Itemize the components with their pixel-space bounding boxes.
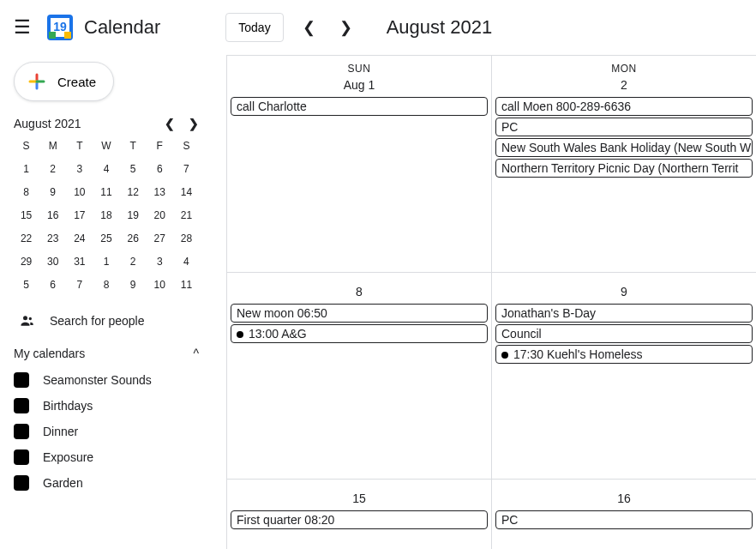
day-number[interactable]: Aug 1 <box>231 78 488 92</box>
day-number[interactable]: 8 <box>231 285 488 299</box>
calendar-event[interactable]: Northern Territory Picnic Day (Northern … <box>495 159 753 178</box>
mini-day[interactable]: 6 <box>40 276 65 293</box>
mini-day[interactable]: 8 <box>93 276 118 293</box>
hamburger-icon[interactable]: ☰ <box>14 16 31 39</box>
calendar-item[interactable]: Birthdays <box>14 393 199 419</box>
app-title: Calendar <box>84 16 160 39</box>
search-people[interactable]: Search for people <box>14 312 199 329</box>
calendar-event[interactable]: PC <box>495 510 753 529</box>
day-cell[interactable]: 15First quarter 08:20 <box>226 480 491 549</box>
mini-day[interactable]: 11 <box>93 184 118 201</box>
mini-day[interactable]: 5 <box>121 160 146 178</box>
mini-day[interactable]: 25 <box>93 230 118 247</box>
mini-day[interactable]: 30 <box>40 253 65 270</box>
calendar-event[interactable]: call Charlotte <box>231 97 488 116</box>
mini-day[interactable]: 21 <box>174 207 199 224</box>
mini-day[interactable]: 2 <box>40 160 65 178</box>
today-button[interactable]: Today <box>225 13 283 42</box>
calendar-checkbox[interactable] <box>14 398 29 413</box>
mini-day[interactable]: 1 <box>14 160 39 178</box>
mini-day[interactable]: 9 <box>40 184 65 201</box>
mini-day[interactable]: 14 <box>174 184 199 201</box>
mini-day[interactable]: 13 <box>147 184 172 201</box>
mini-day[interactable]: 4 <box>93 160 118 178</box>
mini-day[interactable]: 24 <box>67 230 92 247</box>
day-cell[interactable]: SUNAug 1call Charlotte <box>226 56 491 272</box>
mini-day[interactable]: 10 <box>67 184 92 201</box>
mini-day[interactable]: 10 <box>147 276 172 293</box>
create-label: Create <box>57 75 96 89</box>
sidebar: Create August 2021 ❮ ❯ SMTWTFS1234567891… <box>0 55 213 549</box>
prev-period-button[interactable]: ❮ <box>297 13 321 42</box>
calendar-item[interactable]: Seamonster Sounds <box>14 367 199 393</box>
mini-day[interactable]: 19 <box>121 207 146 224</box>
day-cell[interactable]: 8New moon 06:5013:00 A&G <box>226 273 491 479</box>
mini-day[interactable]: 4 <box>174 253 199 270</box>
calendar-event[interactable]: 17:30 Kuehl's Homeless <box>495 345 753 364</box>
mini-prev-button[interactable]: ❮ <box>165 117 175 130</box>
create-button[interactable]: Create <box>14 62 114 101</box>
mini-day[interactable]: 12 <box>121 184 146 201</box>
calendar-grid: SUNAug 1call CharlotteMON2call Moen 800-… <box>213 55 756 549</box>
day-number[interactable]: 2 <box>495 78 753 92</box>
my-calendars-header[interactable]: My calendars ^ <box>14 347 199 360</box>
mini-dow: F <box>147 137 172 154</box>
calendar-event[interactable]: Jonathan's B-Day <box>495 304 753 323</box>
mini-dow: S <box>14 137 39 154</box>
mini-day[interactable]: 18 <box>93 207 118 224</box>
mini-day[interactable]: 5 <box>14 276 39 293</box>
calendar-list: Seamonster SoundsBirthdaysDinnerExposure… <box>14 367 199 496</box>
day-cell[interactable]: MON2call Moen 800-289-6636PCNew South Wa… <box>491 56 756 272</box>
mini-day[interactable]: 2 <box>121 253 146 270</box>
calendar-event[interactable]: 13:00 A&G <box>231 324 488 343</box>
mini-day[interactable]: 17 <box>67 207 92 224</box>
mini-calendar: SMTWTFS123456789101112131415161718192021… <box>14 137 199 293</box>
calendar-event[interactable]: Council <box>495 324 753 343</box>
calendar-label: Garden <box>43 476 83 490</box>
mini-next-button[interactable]: ❯ <box>189 117 199 130</box>
mini-day[interactable]: 3 <box>147 253 172 270</box>
mini-day[interactable]: 29 <box>14 253 39 270</box>
mini-day[interactable]: 1 <box>93 253 118 270</box>
calendar-checkbox[interactable] <box>14 372 29 388</box>
mini-day[interactable]: 6 <box>147 160 172 178</box>
day-number[interactable]: 16 <box>495 492 753 505</box>
mini-day[interactable]: 20 <box>147 207 172 224</box>
calendar-checkbox[interactable] <box>14 424 29 439</box>
calendar-item[interactable]: Exposure <box>14 444 199 470</box>
mini-day[interactable]: 27 <box>147 230 172 247</box>
svg-point-5 <box>23 316 27 320</box>
calendar-event[interactable]: New moon 06:50 <box>231 304 488 323</box>
mini-day[interactable]: 8 <box>14 184 39 201</box>
mini-day[interactable]: 3 <box>67 160 92 178</box>
calendar-item[interactable]: Garden <box>14 470 199 496</box>
svg-text:19: 19 <box>53 20 67 33</box>
mini-day[interactable]: 23 <box>40 230 65 247</box>
mini-day[interactable]: 28 <box>174 230 199 247</box>
next-period-button[interactable]: ❯ <box>334 13 357 42</box>
mini-day[interactable]: 7 <box>67 276 92 293</box>
mini-day[interactable]: 15 <box>14 207 39 224</box>
mini-day[interactable]: 7 <box>174 160 199 178</box>
calendar-checkbox[interactable] <box>14 449 29 465</box>
day-number[interactable]: 9 <box>495 285 753 299</box>
mini-day[interactable]: 11 <box>174 276 199 293</box>
mini-day[interactable]: 22 <box>14 230 39 247</box>
day-cell[interactable]: 16PC <box>491 480 756 549</box>
calendar-event[interactable]: New South Wales Bank Holiday (New South … <box>495 138 753 157</box>
mini-day[interactable]: 9 <box>121 276 146 293</box>
mini-day[interactable]: 31 <box>67 253 92 270</box>
calendar-event[interactable]: First quarter 08:20 <box>231 510 488 529</box>
calendar-event[interactable]: call Moen 800-289-6636 <box>495 97 753 116</box>
mini-dow: M <box>40 137 65 154</box>
calendar-checkbox[interactable] <box>14 475 29 491</box>
mini-dow: W <box>93 137 118 154</box>
mini-day[interactable]: 16 <box>40 207 65 224</box>
calendar-item[interactable]: Dinner <box>14 419 199 444</box>
week-row: SUNAug 1call CharlotteMON2call Moen 800-… <box>226 55 756 272</box>
calendar-event[interactable]: PC <box>495 118 753 136</box>
mini-day[interactable]: 26 <box>121 230 146 247</box>
day-number[interactable]: 15 <box>231 492 488 505</box>
day-cell[interactable]: 9Jonathan's B-DayCouncil17:30 Kuehl's Ho… <box>491 273 756 479</box>
mini-dow: T <box>121 137 146 154</box>
